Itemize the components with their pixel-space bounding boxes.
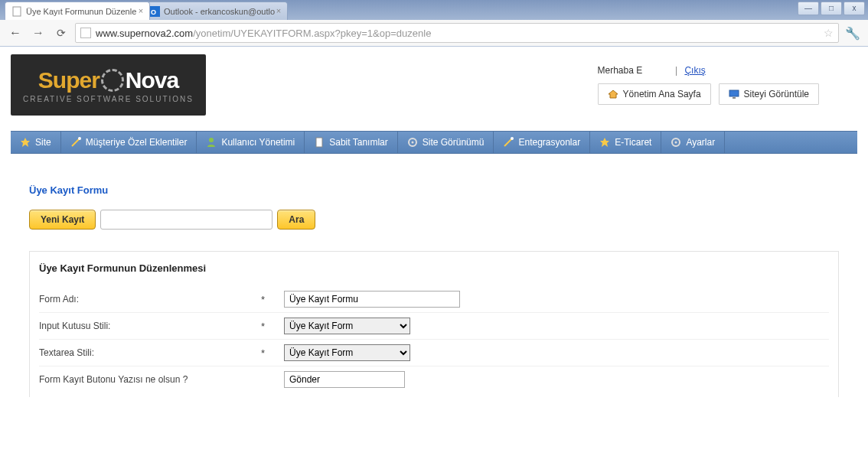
menu-ecommerce[interactable]: E-Ticaret bbox=[590, 132, 661, 153]
window-maximize-button[interactable]: □ bbox=[821, 2, 842, 15]
select-textarea-style[interactable]: Üye Kayıt Form bbox=[284, 344, 410, 361]
menu-settings[interactable]: Ayarlar bbox=[661, 132, 725, 153]
bookmark-star-icon[interactable]: ☆ bbox=[824, 27, 834, 39]
back-button[interactable]: ← bbox=[6, 24, 24, 42]
logo-ring-icon bbox=[101, 69, 124, 92]
label-textarea-style: Textarea Stili: bbox=[39, 347, 261, 358]
logo-text-super: Super bbox=[38, 67, 100, 93]
menu-label: Entegrasyonlar bbox=[518, 137, 580, 148]
svg-point-9 bbox=[209, 138, 214, 142]
menu-label: Sabit Tanımlar bbox=[329, 137, 387, 148]
tab-title: Outlook - erkancoskun@outlo bbox=[164, 7, 275, 16]
separator: | bbox=[650, 65, 677, 76]
svg-rect-4 bbox=[729, 90, 739, 96]
page-header: Super Nova CREATIVE SOFTWARE SOLUTIONS M… bbox=[11, 54, 857, 116]
url-bar[interactable]: www.supernova2.com/yonetim/UYEKAYITFORM.… bbox=[75, 23, 839, 43]
page-icon bbox=[80, 28, 91, 38]
input-form-name[interactable] bbox=[284, 291, 460, 308]
svg-line-7 bbox=[72, 138, 80, 146]
label-input-style: Input Kutusu Stili: bbox=[39, 321, 261, 331]
required-mark: * bbox=[261, 321, 284, 332]
menu-label: Site Görünümü bbox=[423, 137, 485, 148]
greeting-text: Merhaba E bbox=[598, 65, 643, 76]
svg-rect-10 bbox=[316, 138, 322, 147]
browser-tab-active[interactable]: Üye Kayıt Formunun Düzenle × bbox=[5, 2, 150, 20]
tab-close-icon[interactable]: × bbox=[274, 6, 283, 15]
required-mark bbox=[261, 374, 284, 386]
browser-nav: ← → ⟳ www.supernova2.com/yonetim/UYEKAYI… bbox=[0, 20, 868, 46]
page: Super Nova CREATIVE SOFTWARE SOLUTIONS M… bbox=[0, 47, 868, 405]
menu-site[interactable]: Site bbox=[11, 132, 61, 153]
window-close-button[interactable]: x bbox=[844, 2, 865, 15]
button-label: Yönetim Ana Sayfa bbox=[623, 89, 701, 99]
home-icon bbox=[608, 89, 618, 99]
star-icon bbox=[599, 137, 610, 148]
row-button-text: Form Kayıt Butonu Yazısı ne olsun ? bbox=[39, 366, 829, 392]
label-form-name: Form Adı: bbox=[39, 294, 261, 305]
svg-point-8 bbox=[78, 137, 81, 140]
tab-title: Üye Kayıt Formunun Düzenle bbox=[26, 7, 136, 16]
header-right: Merhaba E | Çıkış Yönetim Ana Sayfa Site… bbox=[598, 65, 857, 105]
logo: Super Nova CREATIVE SOFTWARE SOLUTIONS bbox=[11, 54, 206, 116]
button-label: Siteyi Görüntüle bbox=[744, 89, 809, 99]
menu-fixed-defs[interactable]: Sabit Tanımlar bbox=[305, 132, 397, 153]
url-path: /yonetim/UYEKAYITFORM.aspx?pkey=1&op=duz… bbox=[193, 28, 431, 39]
svg-marker-6 bbox=[21, 138, 30, 147]
section-title: Üye Kayıt Formu bbox=[29, 184, 839, 196]
window-controls: — □ x bbox=[798, 2, 865, 15]
svg-marker-15 bbox=[600, 138, 609, 147]
gear-icon bbox=[671, 137, 681, 148]
menu-label: E-Ticaret bbox=[615, 137, 651, 148]
row-textarea-style: Textarea Stili: * Üye Kayıt Form bbox=[39, 340, 829, 366]
panel-title: Üye Kayıt Formunun Düzenlenmesi bbox=[39, 262, 829, 274]
logo-text-nova: Nova bbox=[126, 67, 178, 93]
search-button[interactable]: Ara bbox=[277, 210, 315, 230]
svg-rect-5 bbox=[733, 97, 736, 99]
new-record-button[interactable]: Yeni Kayıt bbox=[29, 210, 96, 230]
forward-button[interactable]: → bbox=[29, 24, 47, 42]
edit-panel: Üye Kayıt Formunun Düzenlenmesi Form Adı… bbox=[29, 251, 839, 397]
input-button-text[interactable] bbox=[284, 371, 405, 388]
admin-home-button[interactable]: Yönetim Ana Sayfa bbox=[598, 83, 711, 105]
reload-button[interactable]: ⟳ bbox=[52, 24, 70, 42]
outlook-favicon: O bbox=[149, 6, 160, 17]
menu-custom-plugins[interactable]: Müşteriye Özel Eklentiler bbox=[61, 132, 197, 153]
svg-point-12 bbox=[411, 142, 413, 144]
browser-tabs: Üye Kayıt Formunun Düzenle × O Outlook -… bbox=[0, 0, 868, 20]
monitor-icon bbox=[729, 89, 739, 99]
toolbar: Yeni Kayıt Ara bbox=[29, 210, 839, 230]
tab-close-icon[interactable]: × bbox=[136, 6, 145, 15]
wand-icon bbox=[70, 137, 81, 148]
page-favicon bbox=[11, 6, 22, 17]
settings-wrench-icon[interactable]: 🔧 bbox=[844, 24, 862, 42]
menu-site-appearance[interactable]: Site Görünümü bbox=[398, 132, 494, 153]
url-host: www.supernova2.com bbox=[96, 28, 193, 39]
menu-integrations[interactable]: Entegrasyonlar bbox=[494, 132, 590, 153]
browser-chrome: Üye Kayıt Formunun Düzenle × O Outlook -… bbox=[0, 0, 868, 47]
required-mark: * bbox=[261, 347, 284, 359]
window-minimize-button[interactable]: — bbox=[798, 2, 819, 15]
select-input-style[interactable]: Üye Kayıt Form bbox=[284, 318, 410, 334]
menu-label: Müşteriye Özel Eklentiler bbox=[86, 137, 188, 148]
svg-rect-0 bbox=[13, 7, 21, 16]
wand-icon bbox=[503, 137, 514, 148]
logout-link[interactable]: Çıkış bbox=[684, 65, 705, 76]
menu-user-mgmt[interactable]: Kullanıcı Yönetimi bbox=[197, 132, 305, 153]
content: Üye Kayıt Formu Yeni Kayıt Ara Üye Kayıt… bbox=[11, 154, 857, 397]
gear-icon bbox=[407, 137, 418, 148]
search-input[interactable] bbox=[100, 210, 272, 230]
label-button-text: Form Kayıt Butonu Yazısı ne olsun ? bbox=[39, 374, 261, 385]
svg-point-14 bbox=[511, 137, 514, 140]
menu-label: Ayarlar bbox=[686, 137, 715, 148]
svg-text:O: O bbox=[151, 8, 156, 16]
row-form-name: Form Adı: * bbox=[39, 286, 829, 313]
main-menu: Site Müşteriye Özel Eklentiler Kullanıcı… bbox=[11, 131, 857, 154]
user-icon bbox=[206, 137, 217, 148]
svg-point-17 bbox=[675, 142, 677, 144]
browser-tab-inactive[interactable]: O Outlook - erkancoskun@outlo × bbox=[142, 2, 288, 20]
document-icon bbox=[314, 137, 325, 148]
logo-tagline: CREATIVE SOFTWARE SOLUTIONS bbox=[23, 95, 194, 103]
menu-label: Site bbox=[35, 137, 51, 148]
star-icon bbox=[20, 137, 31, 148]
view-site-button[interactable]: Siteyi Görüntüle bbox=[719, 83, 819, 105]
